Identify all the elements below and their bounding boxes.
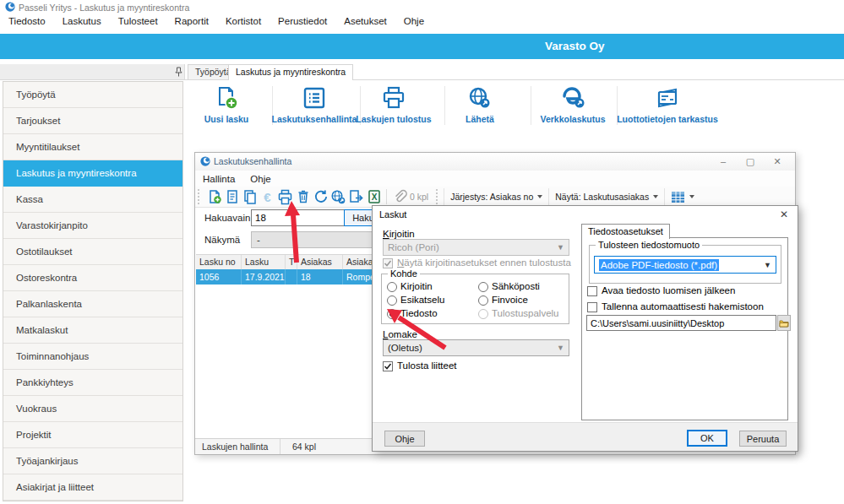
radio-finvoice[interactable]	[478, 295, 488, 306]
help-button[interactable]: Ohje	[384, 431, 425, 447]
menu-raportit[interactable]: Raportit	[166, 16, 217, 26]
menu-tulosteet[interactable]: Tulosteet	[110, 16, 166, 26]
file-format-select[interactable]: Adobe PDF-tiedosto (*.pdf) ▼	[594, 256, 776, 274]
cancel-button[interactable]: Peruuta	[739, 431, 787, 447]
form-label: Lomake	[383, 329, 417, 339]
browse-folder-button[interactable]	[777, 315, 791, 331]
ribbon-laheta[interactable]: Lähetä	[436, 84, 524, 124]
menu-perustiedot[interactable]: Perustiedot	[270, 16, 335, 26]
export-icon[interactable]	[347, 188, 365, 205]
menu-tiedosto[interactable]: Tiedosto	[0, 16, 54, 26]
view-dropdown[interactable]: Näytä: Laskutusasiakas	[548, 188, 664, 205]
chevron-down-icon	[689, 195, 694, 198]
refresh-icon[interactable]	[312, 188, 329, 205]
sidebar-item-myyntitilaukset[interactable]: Myyntitilaukset	[3, 134, 182, 160]
status-text: Laskujen hallinta	[195, 442, 268, 452]
radio-esikatselu[interactable]	[387, 295, 397, 306]
column-header[interactable]: Lasku pvm	[242, 255, 286, 269]
autosave-label: Tallenna automaattisesti hakemistoon	[602, 301, 764, 312]
menu-kortistot[interactable]: Kortistot	[217, 16, 270, 26]
print-icon[interactable]	[276, 188, 294, 205]
target-group-label: Kohde	[388, 268, 420, 279]
sidebar-item-projektit[interactable]: Projektit	[3, 422, 182, 448]
new-invoice-icon	[182, 84, 270, 111]
excel-export-icon[interactable]: X	[365, 188, 383, 205]
sidebar-item-asiakirjat-ja-liitteet[interactable]: Asiakirjat ja liitteet	[3, 474, 182, 501]
close-button[interactable]: ✕	[766, 154, 788, 169]
invoice-window-titlebar[interactable]: Laskutuksenhallinta – ▢ ✕	[195, 153, 795, 171]
menu-ohje[interactable]: Ohje	[242, 174, 278, 184]
send-online-icon[interactable]	[329, 188, 347, 205]
company-banner: Varasto Oy	[0, 34, 844, 59]
ok-button[interactable]: OK	[687, 430, 727, 447]
open-after-checkbox[interactable]	[587, 286, 597, 296]
radio-tiedosto[interactable]	[387, 309, 397, 319]
sidebar-item-palkanlaskenta[interactable]: Palkanlaskenta	[3, 291, 182, 317]
sidebar-item-kassa[interactable]: Kassa	[3, 187, 182, 213]
invoice-management-icon	[270, 84, 358, 111]
copy-invoice-icon[interactable]	[241, 188, 259, 205]
sidebar-item-tyopoyta[interactable]: Työpöytä	[3, 82, 182, 108]
sidebar-item-tyoajankirjaus[interactable]: Työajankirjaus	[3, 448, 182, 474]
open-invoice-icon[interactable]	[223, 188, 241, 205]
company-name: Varasto Oy	[545, 40, 605, 52]
print-invoices-icon	[350, 84, 438, 111]
maximize-button[interactable]: ▢	[739, 154, 761, 169]
form-select[interactable]: (Oletus) ▼	[383, 339, 569, 356]
ribbon-laskujen-tulostus[interactable]: Laskujen tulostus	[350, 84, 438, 124]
delete-icon[interactable]	[294, 188, 312, 205]
invoice-window-title: Laskutuksenhallinta	[214, 156, 291, 166]
print-attachments-label: Tulosta liitteet	[397, 360, 457, 371]
menu-asetukset[interactable]: Asetukset	[335, 16, 395, 26]
toolbar-grip	[436, 189, 441, 204]
printer-select: Ricoh (Pori) ▼	[383, 239, 569, 256]
column-header[interactable]: Lasku no	[196, 255, 242, 269]
ribbon-luottotietojen-tarkastus[interactable]: Luottotietojen tarkastus	[617, 84, 718, 124]
print-attachments-checkbox[interactable]	[383, 361, 393, 371]
send-icon	[436, 84, 524, 111]
chevron-down-icon: ▼	[557, 344, 564, 352]
grid-columns-dropdown[interactable]	[664, 188, 700, 205]
sidebar-item-ostoreskontra[interactable]: Ostoreskontra	[3, 265, 182, 291]
dialog-close-icon[interactable]: ✕	[777, 208, 791, 221]
tab-tiedostoasetukset[interactable]: Tiedostoasetukset	[581, 224, 670, 239]
window-title: Passeli Yritys - Laskutus ja myyntiresko…	[19, 3, 189, 13]
open-after-label: Avaa tiedosto luomisen jälkeen	[602, 285, 735, 295]
menu-ohje[interactable]: Ohje	[395, 16, 433, 26]
menu-laskutus[interactable]: Laskutus	[54, 16, 110, 26]
sidebar-item-matkalaskut[interactable]: Matkalaskut	[3, 317, 182, 344]
pin-icon[interactable]	[174, 67, 183, 77]
chevron-down-icon: ▼	[764, 261, 771, 269]
save-path-input[interactable]	[586, 315, 776, 331]
attachment-icon[interactable]	[390, 188, 408, 205]
menu-hallinta[interactable]: Hallinta	[195, 174, 242, 184]
column-header[interactable]: T	[286, 255, 297, 269]
radio-sahkoposti[interactable]	[478, 282, 488, 292]
autosave-checkbox[interactable]	[587, 302, 597, 312]
app-logo-icon	[200, 156, 210, 166]
sort-dropdown[interactable]: Järjestys: Asiakas no	[444, 188, 548, 205]
sidebar-item-laskutus-ja-myyntireskontra[interactable]: Laskutus ja myyntireskontra	[3, 160, 182, 187]
show-printer-settings-label: Näytä kirjoitinasetukset ennen tulostust…	[397, 257, 571, 268]
sidebar-item-tarjoukset[interactable]: Tarjoukset	[3, 108, 182, 134]
column-header[interactable]: Asiakas no	[297, 255, 343, 269]
sidebar-item-pankkiyhteys[interactable]: Pankkiyhteys	[3, 370, 182, 396]
dialog-title: Laskut	[379, 209, 406, 219]
new-invoice-icon[interactable]	[205, 188, 223, 205]
sidebar-item-toiminnanohjaus[interactable]: Toiminnanohjaus	[3, 344, 182, 370]
ribbon-verkkolaskutus[interactable]: Verkkolaskutus	[529, 84, 617, 124]
sidebar-item-vuokraus[interactable]: Vuokraus	[3, 396, 182, 422]
sidebar-item-ostotilaukset[interactable]: Ostotilaukset	[3, 239, 182, 265]
minimize-button[interactable]: –	[712, 154, 734, 169]
print-dialog: Laskut ✕ Kirjoitin Ricoh (Pori) ▼ Näytä …	[372, 205, 798, 452]
radio-kirjoitin[interactable]	[387, 282, 397, 292]
ribbon-laskutuksenhallinta[interactable]: Laskutuksenhallinta	[270, 84, 358, 124]
workspace-tabstrip: Työpöytä Laskutus ja myyntireskontra	[0, 64, 844, 80]
invoice-window-menubar: Hallinta Ohje	[195, 171, 795, 187]
sidebar-item-varastokirjanpito[interactable]: Varastokirjanpito	[3, 213, 182, 239]
euro-icon[interactable]: €	[259, 188, 276, 205]
module-sidebar: Työpöytä Tarjoukset Myyntitilaukset Lask…	[3, 81, 183, 501]
show-printer-settings-checkbox	[383, 258, 393, 268]
ribbon-uusi-lasku[interactable]: Uusi lasku	[182, 84, 270, 124]
tab-laskutus-ja-myyntireskontra[interactable]: Laskutus ja myyntireskontra	[228, 64, 353, 80]
